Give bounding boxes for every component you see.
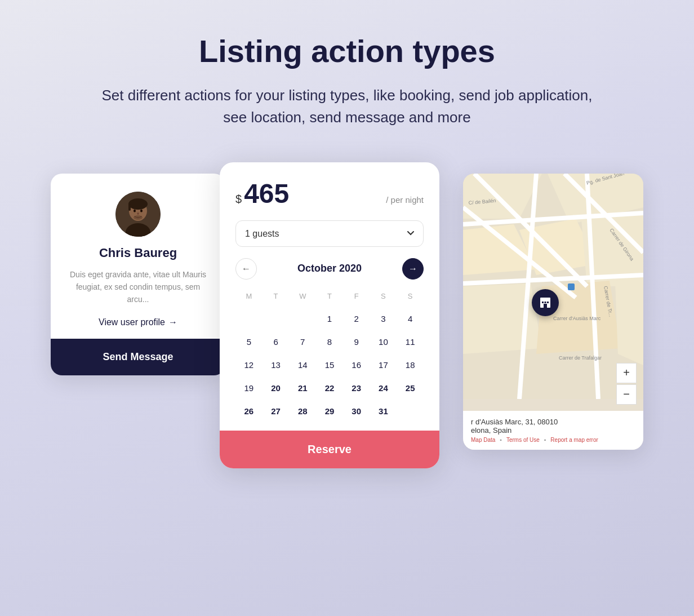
map-background: C/ de Bailén Pg. de Sant Joan Carrer de … <box>463 174 643 450</box>
cal-day-5[interactable]: 5 <box>235 331 263 352</box>
price-period: / per night <box>386 195 424 205</box>
calendar-header: M T W T F S S <box>235 289 424 304</box>
cal-day-16[interactable]: 16 <box>343 354 370 375</box>
svg-rect-36 <box>544 304 547 308</box>
cal-day-7[interactable]: 7 <box>289 331 316 352</box>
svg-rect-4 <box>128 204 131 211</box>
cal-day-9[interactable]: 9 <box>343 331 370 352</box>
price-display: $ 465 <box>235 178 289 209</box>
view-profile-link[interactable]: View user profile → <box>66 317 210 327</box>
cal-day-21[interactable]: 21 <box>289 378 316 398</box>
cards-container: Chris Baureg Duis eget gravida ante, vit… <box>0 162 694 512</box>
cal-day-15[interactable]: 15 <box>316 354 343 375</box>
cal-day-31[interactable]: 31 <box>370 401 397 422</box>
terms-link[interactable]: Terms of Use <box>506 437 540 443</box>
separator-2: ▪ <box>544 437 546 443</box>
cal-day-2[interactable]: 2 <box>343 308 370 329</box>
cal-day-10[interactable]: 10 <box>370 331 397 352</box>
arrow-icon: → <box>168 317 177 327</box>
map-card: C/ de Bailén Pg. de Sant Joan Carrer de … <box>463 174 643 450</box>
svg-point-7 <box>137 212 139 215</box>
cal-day-26[interactable]: 26 <box>235 401 263 422</box>
next-month-button[interactable]: → <box>402 258 424 280</box>
cal-day-8[interactable]: 8 <box>316 331 343 352</box>
svg-rect-31 <box>568 283 575 290</box>
map-address-2: elona, Spain <box>471 426 635 435</box>
guests-dropdown[interactable]: 1 guests 2 guests 3 guests 4 guests <box>235 220 424 247</box>
svg-rect-34 <box>544 302 546 303</box>
day-header-s1: S <box>370 289 397 304</box>
cal-day-25[interactable]: 25 <box>397 378 424 398</box>
svg-point-8 <box>134 215 143 220</box>
day-header-f: F <box>343 289 370 304</box>
svg-marker-15 <box>463 283 542 354</box>
page-title: Listing action types <box>56 34 638 69</box>
cal-day-17[interactable]: 17 <box>370 354 397 375</box>
cal-day-3[interactable]: 3 <box>370 308 397 329</box>
cal-day-18[interactable]: 18 <box>397 354 424 375</box>
map-footer: r d'Ausiàs Marc, 31, 08010 elona, Spain … <box>463 411 643 450</box>
svg-rect-35 <box>547 302 549 303</box>
svg-text:Carrer de Trafalgar: Carrer de Trafalgar <box>559 355 602 361</box>
cal-day-30[interactable]: 30 <box>343 401 370 422</box>
cal-day-11[interactable]: 11 <box>397 331 424 352</box>
map-pin <box>532 289 559 316</box>
cal-day-empty4 <box>397 401 424 422</box>
day-header-s2: S <box>397 289 424 304</box>
cal-day-4[interactable]: 4 <box>397 308 424 329</box>
cal-day-24[interactable]: 24 <box>370 378 397 398</box>
cal-day-13[interactable]: 13 <box>263 354 290 375</box>
day-header-w: W <box>289 289 316 304</box>
cal-day-empty3 <box>289 308 316 329</box>
calendar-grid: M T W T F S S 1 2 3 4 5 6 7 8 <box>235 289 424 422</box>
prev-month-button[interactable]: ← <box>235 258 257 280</box>
svg-marker-17 <box>615 275 643 365</box>
svg-rect-33 <box>542 302 544 303</box>
cal-day-23[interactable]: 23 <box>343 378 370 398</box>
map-footer-links: Map Data ▪ Terms of Use ▪ Report a map e… <box>471 437 635 443</box>
cal-day-20[interactable]: 20 <box>263 378 290 398</box>
calendar-body: 1 2 3 4 5 6 7 8 9 10 11 12 13 14 15 16 1… <box>235 308 424 422</box>
page-subtitle: Set different actions for your listing t… <box>94 85 600 128</box>
price-amount: 465 <box>244 178 289 209</box>
reserve-button[interactable]: Reserve <box>220 431 439 468</box>
cal-day-empty1 <box>235 308 263 329</box>
cal-day-22[interactable]: 22 <box>316 378 343 398</box>
cal-day-29[interactable]: 29 <box>316 401 343 422</box>
separator-1: ▪ <box>500 437 502 443</box>
map-data-link[interactable]: Map Data <box>471 437 495 443</box>
day-header-t1: T <box>263 289 290 304</box>
cal-day-28[interactable]: 28 <box>289 401 316 422</box>
cal-day-14[interactable]: 14 <box>289 354 316 375</box>
cal-day-6[interactable]: 6 <box>263 331 290 352</box>
map-address-1: r d'Ausiàs Marc, 31, 08010 <box>471 418 635 426</box>
day-header-m: M <box>235 289 263 304</box>
calendar-nav: ← October 2020 → <box>235 258 424 280</box>
view-profile-label: View user profile <box>99 317 165 327</box>
svg-point-6 <box>140 209 143 212</box>
currency-symbol: $ <box>235 193 242 206</box>
day-header-t2: T <box>316 289 343 304</box>
header-section: Listing action types Set different actio… <box>0 0 694 151</box>
zoom-out-button[interactable]: − <box>616 384 637 405</box>
svg-text:Carrer d'Ausiàs Marc: Carrer d'Ausiàs Marc <box>553 316 601 321</box>
booking-card: $ 465 / per night 1 guests 2 guests 3 gu… <box>220 162 439 468</box>
price-row: $ 465 / per night <box>235 178 424 209</box>
report-link[interactable]: Report a map error <box>550 437 598 443</box>
cal-day-12[interactable]: 12 <box>235 354 263 375</box>
month-year-label: October 2020 <box>297 263 362 274</box>
cal-day-27[interactable]: 27 <box>263 401 290 422</box>
avatar <box>115 192 161 237</box>
cal-day-19[interactable]: 19 <box>235 378 263 398</box>
send-message-button[interactable]: Send Message <box>51 339 225 375</box>
profile-bio: Duis eget gravida ante, vitae ult Mauris… <box>66 268 210 306</box>
svg-point-5 <box>134 209 136 212</box>
map-zoom-controls: + − <box>616 363 637 405</box>
cal-day-1[interactable]: 1 <box>316 308 343 329</box>
cal-day-empty2 <box>263 308 290 329</box>
zoom-in-button[interactable]: + <box>616 363 637 383</box>
profile-name: Chris Baureg <box>66 246 210 260</box>
svg-point-3 <box>128 198 148 210</box>
profile-card: Chris Baureg Duis eget gravida ante, vit… <box>51 174 225 375</box>
